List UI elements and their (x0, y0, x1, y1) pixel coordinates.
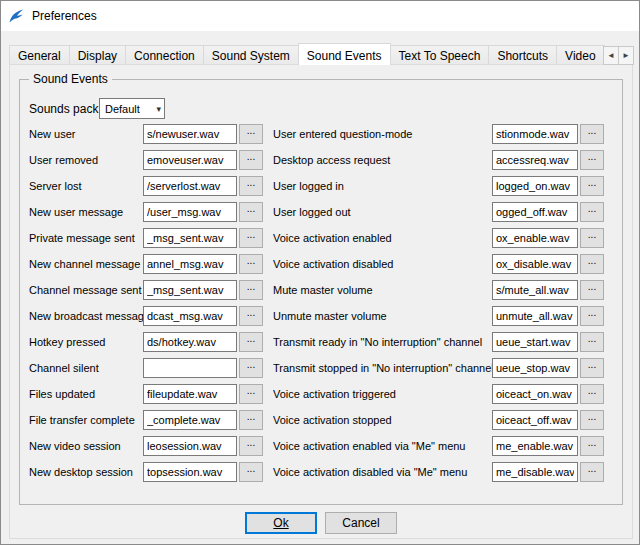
sound-event-row: Mute master volume ... (273, 280, 606, 300)
browse-button[interactable]: ... (239, 280, 263, 300)
event-label: New broadcast message (29, 310, 143, 322)
sound-file-input[interactable] (492, 436, 578, 456)
event-label: New user (29, 128, 143, 140)
sound-file-input[interactable] (143, 124, 237, 144)
tab-display[interactable]: Display (69, 45, 126, 65)
browse-button[interactable]: ... (239, 176, 263, 196)
sound-file-input[interactable] (492, 384, 578, 404)
sound-file-input[interactable] (492, 306, 578, 326)
browse-button[interactable]: ... (239, 410, 263, 430)
sound-event-row: New user ... (29, 124, 265, 144)
event-label: New channel message (29, 258, 143, 270)
sound-file-input[interactable] (143, 332, 237, 352)
sounds-pack-label: Sounds pack (29, 102, 99, 116)
browse-button[interactable]: ... (239, 202, 263, 222)
browse-button[interactable]: ... (239, 124, 263, 144)
browse-button[interactable]: ... (239, 462, 263, 482)
sound-event-row: Voice activation triggered ... (273, 384, 606, 404)
browse-button[interactable]: ... (580, 150, 604, 170)
browse-button[interactable]: ... (580, 358, 604, 378)
sound-file-input[interactable] (143, 358, 237, 378)
sound-file-input[interactable] (492, 176, 578, 196)
sound-file-input[interactable] (492, 228, 578, 248)
sound-event-row: Voice activation disabled ... (273, 254, 606, 274)
tab-connection[interactable]: Connection (125, 45, 204, 65)
sound-file-input[interactable] (143, 462, 237, 482)
browse-button[interactable]: ... (580, 410, 604, 430)
event-label: Transmit ready in "No interruption" chan… (273, 336, 492, 348)
browse-button[interactable]: ... (580, 384, 604, 404)
sound-file-input[interactable] (143, 436, 237, 456)
sound-file-input[interactable] (492, 462, 578, 482)
sound-file-input[interactable] (143, 254, 237, 274)
tab-text-to-speech[interactable]: Text To Speech (390, 45, 490, 65)
tab-scroll-left-button[interactable]: ◄ (603, 46, 619, 65)
sound-file-input[interactable] (492, 332, 578, 352)
browse-button[interactable]: ... (580, 332, 604, 352)
event-label: Voice activation stopped (273, 414, 492, 426)
browse-button[interactable]: ... (239, 228, 263, 248)
sound-file-input[interactable] (143, 384, 237, 404)
window-title: Preferences (32, 9, 97, 23)
event-label: Mute master volume (273, 284, 492, 296)
event-label: Voice activation disabled via "Me" menu (273, 466, 492, 478)
sound-file-input[interactable] (492, 150, 578, 170)
sound-file-input[interactable] (492, 410, 578, 430)
browse-button[interactable]: ... (580, 202, 604, 222)
tab-shortcuts[interactable]: Shortcuts (488, 45, 557, 65)
preferences-dialog: Preferences GeneralDisplayConnectionSoun… (0, 0, 640, 545)
browse-button[interactable]: ... (580, 254, 604, 274)
sound-file-input[interactable] (143, 228, 237, 248)
browse-button[interactable]: ... (239, 358, 263, 378)
sound-file-input[interactable] (492, 202, 578, 222)
event-label: New user message (29, 206, 143, 218)
sound-event-row: User logged in ... (273, 176, 606, 196)
sound-file-input[interactable] (492, 254, 578, 274)
sound-file-input[interactable] (492, 358, 578, 378)
sound-file-input[interactable] (143, 176, 237, 196)
sound-event-row: Channel silent ... (29, 358, 265, 378)
browse-button[interactable]: ... (580, 280, 604, 300)
browse-button[interactable]: ... (580, 124, 604, 144)
sound-file-input[interactable] (143, 410, 237, 430)
event-label: Files updated (29, 388, 143, 400)
sound-event-row: User logged out ... (273, 202, 606, 222)
tab-sound-events[interactable]: Sound Events (298, 43, 391, 65)
sound-file-input[interactable] (492, 280, 578, 300)
title-bar[interactable]: Preferences (1, 1, 639, 31)
sound-event-row: Channel message sent ... (29, 280, 265, 300)
browse-button[interactable]: ... (580, 436, 604, 456)
sound-event-row: Transmit ready in "No interruption" chan… (273, 332, 606, 352)
sound-event-row: Unmute master volume ... (273, 306, 606, 326)
tab-sound-system[interactable]: Sound System (203, 45, 299, 65)
browse-button[interactable]: ... (580, 228, 604, 248)
event-label: New video session (29, 440, 143, 452)
browse-button[interactable]: ... (239, 306, 263, 326)
sounds-pack-select[interactable]: Default ▾ (99, 98, 165, 119)
sound-file-input[interactable] (143, 202, 237, 222)
sound-file-input[interactable] (143, 280, 237, 300)
tab-video[interactable]: Video (556, 45, 604, 65)
event-label: User logged in (273, 180, 492, 192)
sound-event-row: New user message ... (29, 202, 265, 222)
sound-event-row: Voice activation enabled via "Me" menu .… (273, 436, 606, 456)
browse-button[interactable]: ... (239, 384, 263, 404)
sound-file-input[interactable] (492, 124, 578, 144)
browse-button[interactable]: ... (580, 462, 604, 482)
browse-button[interactable]: ... (239, 254, 263, 274)
tab-general[interactable]: General (9, 45, 70, 65)
ok-button[interactable]: Ok (245, 512, 317, 534)
browse-button[interactable]: ... (239, 332, 263, 352)
event-label: Voice activation disabled (273, 258, 492, 270)
browse-button[interactable]: ... (580, 306, 604, 326)
event-label: Server lost (29, 180, 143, 192)
dialog-button-row: Ok Cancel (1, 512, 640, 534)
browse-button[interactable]: ... (239, 150, 263, 170)
browse-button[interactable]: ... (239, 436, 263, 456)
sound-file-input[interactable] (143, 150, 237, 170)
sound-file-input[interactable] (143, 306, 237, 326)
cancel-button[interactable]: Cancel (325, 512, 397, 534)
browse-button[interactable]: ... (580, 176, 604, 196)
tab-scroll-right-button[interactable]: ► (618, 46, 634, 65)
tab-bar: GeneralDisplayConnectionSound SystemSoun… (9, 43, 613, 65)
